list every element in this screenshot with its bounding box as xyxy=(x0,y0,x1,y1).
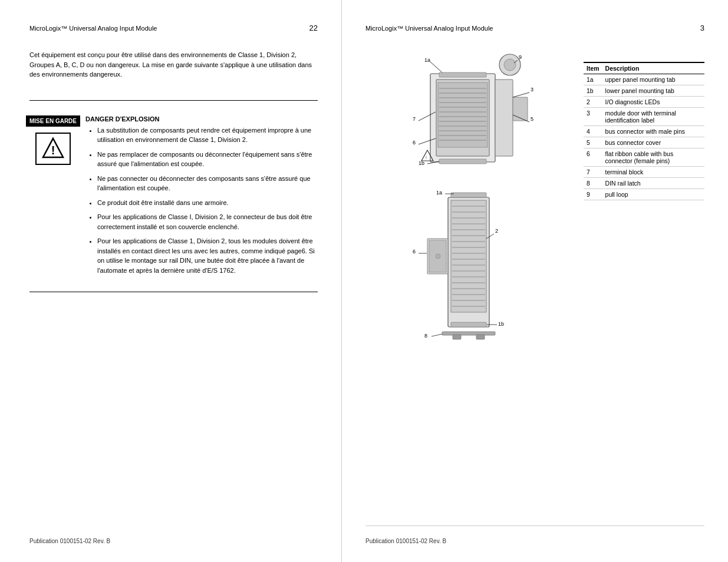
table-cell-item: 6 xyxy=(584,148,602,167)
svg-text:6: 6 xyxy=(413,140,416,146)
table-cell-description: module door with terminal identification… xyxy=(602,108,704,126)
svg-rect-17 xyxy=(495,80,513,156)
svg-rect-20 xyxy=(513,97,528,121)
warning-content: DANGER D'EXPLOSION La substitution de co… xyxy=(85,115,318,280)
svg-text:5: 5 xyxy=(531,116,533,122)
triangle-warning-icon: ! xyxy=(41,137,65,160)
svg-text:1b: 1b xyxy=(498,321,504,327)
svg-text:8: 8 xyxy=(424,333,427,339)
svg-rect-36 xyxy=(439,72,486,77)
table-cell-item: 3 xyxy=(584,108,602,126)
table-row: 1blower panel mounting tab xyxy=(584,85,704,97)
table-cell-description: flat ribbon cable with bus connector (fe… xyxy=(602,148,704,167)
table-cell-description: terminal block xyxy=(602,167,704,178)
top-diagram-svg: 1a 9 3 5 7 xyxy=(383,50,584,186)
warning-section: MISE EN GARDE ! DANGER D'EXPLOSION La su… xyxy=(29,115,318,280)
table-row: 3module door with terminal identificatio… xyxy=(584,108,704,126)
table-cell-description: upper panel mounting tab xyxy=(602,74,704,85)
table-row: 4bus connector with male pins xyxy=(584,126,704,137)
warning-list-item: Ne pas remplacer de composants ou déconn… xyxy=(97,150,318,169)
table-cell-description: I/O diagnostic LEDs xyxy=(602,97,704,108)
svg-text:2: 2 xyxy=(495,228,498,234)
table-cell-description: lower panel mounting tab xyxy=(602,85,704,97)
left-page-number: 22 xyxy=(309,24,318,32)
diagrams-col: 1a 9 3 5 7 xyxy=(365,50,578,525)
table-cell-description: bus connector with male pins xyxy=(602,126,704,137)
right-header: MicroLogix™ Universal Analog Input Modul… xyxy=(365,24,704,32)
table-cell-item: 2 xyxy=(584,97,602,108)
right-footer: Publication 0100151-02 Rev. B xyxy=(365,525,704,544)
table-cell-item: 7 xyxy=(584,167,602,178)
table-row: 7terminal block xyxy=(584,167,704,178)
svg-point-61 xyxy=(436,254,440,259)
right-page: MicroLogix™ Universal Analog Input Modul… xyxy=(342,0,728,562)
top-divider xyxy=(29,100,318,101)
table-row: 1aupper panel mounting tab xyxy=(584,74,704,85)
table-row: 5bus connector cover xyxy=(584,137,704,148)
bottom-diagram-svg: 1a 2 6 8 1b xyxy=(389,186,584,351)
warning-title: DANGER D'EXPLOSION xyxy=(85,115,318,123)
svg-text:7: 7 xyxy=(413,116,416,122)
table-row: 2I/O diagnostic LEDs xyxy=(584,97,704,108)
svg-rect-65 xyxy=(453,335,461,339)
warning-icon: ! xyxy=(35,133,71,165)
svg-rect-63 xyxy=(451,322,486,327)
table-cell-item: 4 xyxy=(584,126,602,137)
left-footer: Publication 0100151-02 Rev. B xyxy=(29,532,318,544)
table-row: 6flat ribbon cable with bus connector (f… xyxy=(584,148,704,167)
svg-text:9: 9 xyxy=(519,54,522,60)
warning-badge: MISE EN GARDE xyxy=(26,115,80,127)
table-cell-description: DIN rail latch xyxy=(602,178,704,189)
svg-text:!: ! xyxy=(51,144,55,157)
table-cell-item: 1b xyxy=(584,85,602,97)
warning-left-col: MISE EN GARDE ! xyxy=(29,115,77,280)
warning-list-item: Pour les applications de Classe 1, Divis… xyxy=(97,236,318,275)
diagram-top: 1a 9 3 5 7 xyxy=(383,50,578,186)
svg-line-26 xyxy=(513,92,529,97)
svg-point-19 xyxy=(504,59,516,71)
left-page: MicroLogix™ Universal Analog Input Modul… xyxy=(0,0,342,562)
svg-rect-40 xyxy=(451,200,486,312)
right-content: 1a 9 3 5 7 xyxy=(365,50,704,525)
table-row: 8DIN rail latch xyxy=(584,178,704,189)
svg-rect-4 xyxy=(438,82,487,147)
svg-text:3: 3 xyxy=(531,87,533,92)
right-page-number: 3 xyxy=(700,24,704,32)
left-header: MicroLogix™ Universal Analog Input Modul… xyxy=(29,24,318,32)
table-header-description: Description xyxy=(602,62,704,74)
svg-text:!: ! xyxy=(426,156,427,160)
svg-line-74 xyxy=(431,334,442,336)
parts-table: Item Description 1aupper panel mounting … xyxy=(584,62,704,200)
table-cell-item: 8 xyxy=(584,178,602,189)
svg-rect-64 xyxy=(442,332,495,335)
left-header-title: MicroLogix™ Universal Analog Input Modul… xyxy=(29,25,157,32)
warning-list-item: Pour les applications de Classe I, Divis… xyxy=(97,212,318,232)
diagram-bottom: 1a 2 6 8 1b xyxy=(389,186,578,351)
warning-list-item: Ce produit doit être installé dans une a… xyxy=(97,198,318,208)
svg-text:6: 6 xyxy=(413,249,416,254)
svg-text:1a: 1a xyxy=(424,57,430,63)
table-header-item: Item xyxy=(584,62,602,74)
svg-rect-66 xyxy=(476,335,485,339)
warning-list-item: La substitution de composants peut rendr… xyxy=(97,125,318,145)
svg-rect-35 xyxy=(439,159,486,164)
table-cell-item: 5 xyxy=(584,137,602,148)
svg-line-22 xyxy=(430,62,442,72)
table-cell-description: pull loop xyxy=(602,189,704,200)
intro-paragraph: Cet équipement est conçu pour être utili… xyxy=(29,50,318,80)
right-header-title: MicroLogix™ Universal Analog Input Modul… xyxy=(365,25,493,32)
parts-table-container: Item Description 1aupper panel mounting … xyxy=(584,62,704,525)
table-cell-item: 9 xyxy=(584,189,602,200)
warning-list: La substitution de composants peut rendr… xyxy=(85,125,318,276)
table-cell-item: 1a xyxy=(584,74,602,85)
warning-list-item: Ne pas connecter ou déconnecter des comp… xyxy=(97,174,318,193)
svg-text:1a: 1a xyxy=(436,190,442,196)
bottom-divider xyxy=(29,292,318,292)
table-cell-description: bus connector cover xyxy=(602,137,704,148)
svg-rect-62 xyxy=(451,193,486,197)
table-row: 9pull loop xyxy=(584,189,704,200)
